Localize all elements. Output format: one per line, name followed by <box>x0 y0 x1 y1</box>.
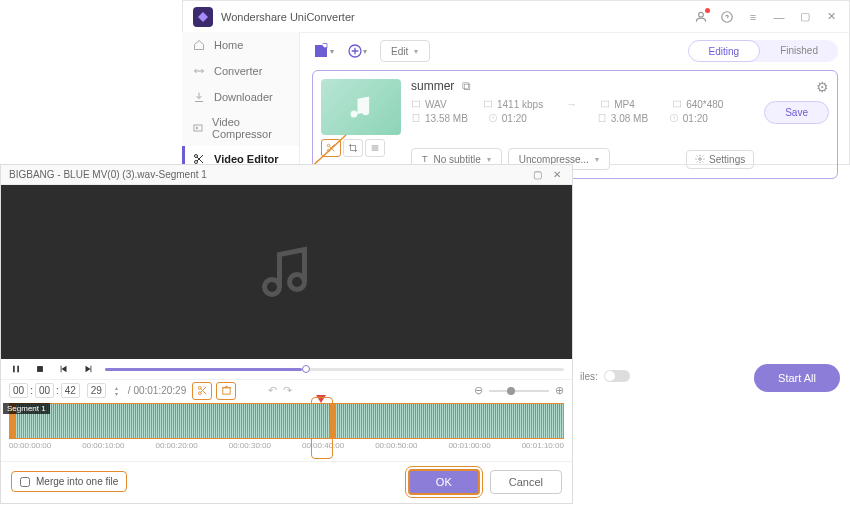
editor-maximize-icon[interactable]: ▢ <box>530 169 544 180</box>
next-button[interactable] <box>81 362 95 376</box>
dst-duration: 01:20 <box>669 113 721 124</box>
svg-rect-18 <box>17 366 19 373</box>
ok-button[interactable]: OK <box>408 469 480 495</box>
download-icon <box>192 90 206 104</box>
file-name: summer <box>411 79 454 93</box>
video-preview <box>1 185 572 359</box>
editor-window: BIGBANG - BLUE MV(0) (3).wav-Segment 1 ▢… <box>0 164 573 504</box>
time-stepper[interactable]: ▴▾ <box>112 385 122 397</box>
sidebar-item-label: Downloader <box>214 91 273 103</box>
save-button[interactable]: Save <box>764 101 829 124</box>
tab-finished[interactable]: Finished <box>760 40 838 62</box>
dst-format: MP4 <box>600 99 652 110</box>
src-format: WAV <box>411 99 463 110</box>
svg-rect-22 <box>223 388 230 394</box>
pause-button[interactable] <box>9 362 23 376</box>
sidebar-item-converter[interactable]: Converter <box>182 58 299 84</box>
src-bitrate: 1411 kbps <box>483 99 543 110</box>
compress-icon <box>192 121 204 135</box>
time-input[interactable]: 00:00:42 29 <box>9 383 106 398</box>
app-logo <box>193 7 213 27</box>
svg-rect-8 <box>412 101 420 107</box>
sidebar-item-downloader[interactable]: Downloader <box>182 84 299 110</box>
add-url-button[interactable]: ▾ <box>346 40 368 62</box>
svg-rect-11 <box>673 101 681 107</box>
sidebar-item-label: Video Compressor <box>212 116 289 140</box>
sidebar-item-label: Converter <box>214 65 262 77</box>
cancel-button[interactable]: Cancel <box>490 470 562 494</box>
file-card: summer ⧉ WAV 1411 kbps → MP4 640*480 13.… <box>312 70 838 179</box>
titlebar: Wondershare UniConverter ≡ — ▢ ✕ <box>183 1 849 33</box>
delete-segment-button[interactable] <box>216 382 236 400</box>
prev-button[interactable] <box>57 362 71 376</box>
converter-icon <box>192 64 206 78</box>
timeline[interactable]: Segment 1 00:00:00:0000:00:10:0000:00:20… <box>1 401 572 461</box>
cut-button[interactable] <box>192 382 212 400</box>
menu-icon[interactable]: ≡ <box>745 9 761 25</box>
svg-rect-9 <box>484 101 492 107</box>
maximize-icon[interactable]: ▢ <box>797 9 813 25</box>
progress-bar[interactable] <box>105 368 564 371</box>
merge-checkbox[interactable]: Merge into one file <box>11 471 127 492</box>
zoom-out-icon[interactable]: ⊖ <box>474 384 483 397</box>
svg-rect-10 <box>601 101 609 107</box>
sidebar: Home Converter Downloader Video Compress… <box>182 32 300 165</box>
bottom-panel: iles: Start All <box>580 360 840 392</box>
playhead[interactable] <box>316 395 326 407</box>
trim-button[interactable] <box>321 139 341 157</box>
editor-titlebar: BIGBANG - BLUE MV(0) (3).wav-Segment 1 ▢… <box>1 165 572 185</box>
svg-rect-14 <box>599 114 605 122</box>
segment-label: Segment 1 <box>3 403 50 414</box>
undo-icon[interactable]: ↶ <box>268 384 277 397</box>
sidebar-item-label: Home <box>214 39 243 51</box>
svg-rect-19 <box>37 366 43 372</box>
merge-toggle[interactable] <box>604 370 630 382</box>
start-all-button[interactable]: Start All <box>754 364 840 392</box>
more-button[interactable] <box>365 139 385 157</box>
merge-files-label: iles: <box>580 371 598 382</box>
editor-close-icon[interactable]: ✕ <box>550 169 564 180</box>
close-icon[interactable]: ✕ <box>823 9 839 25</box>
src-duration: 01:20 <box>488 113 540 124</box>
handle-mid[interactable] <box>330 404 336 439</box>
crop-button[interactable] <box>343 139 363 157</box>
svg-point-0 <box>699 12 704 17</box>
tab-editing[interactable]: Editing <box>688 40 761 62</box>
user-icon[interactable] <box>693 9 709 25</box>
home-icon <box>192 38 206 52</box>
svg-rect-12 <box>413 114 419 122</box>
sidebar-item-compressor[interactable]: Video Compressor <box>182 110 299 146</box>
zoom-in-icon[interactable]: ⊕ <box>555 384 564 397</box>
src-size: 13.58 MB <box>411 113 468 124</box>
status-tabs: Editing Finished <box>688 40 838 62</box>
editor-title: BIGBANG - BLUE MV(0) (3).wav-Segment 1 <box>9 169 207 180</box>
file-thumbnail <box>321 79 401 135</box>
time-total: / 00:01:20:29 <box>128 385 186 396</box>
help-icon[interactable] <box>719 9 735 25</box>
open-link-icon[interactable]: ⧉ <box>462 79 471 93</box>
zoom-slider[interactable] <box>489 390 549 392</box>
output-settings-icon[interactable]: ⚙ <box>816 79 829 95</box>
app-title: Wondershare UniConverter <box>221 11 355 23</box>
settings-button[interactable]: Settings <box>686 150 754 169</box>
minimize-icon[interactable]: — <box>771 9 787 25</box>
time-labels: 00:00:00:0000:00:10:0000:00:20:0000:00:3… <box>9 441 564 450</box>
dst-resolution: 640*480 <box>672 99 724 110</box>
dst-size: 3.08 MB <box>597 113 649 124</box>
arrow-icon: → <box>566 98 577 110</box>
svg-rect-17 <box>13 366 15 373</box>
redo-icon[interactable]: ↷ <box>283 384 292 397</box>
stop-button[interactable] <box>33 362 47 376</box>
waveform[interactable] <box>9 403 564 439</box>
sidebar-item-home[interactable]: Home <box>182 32 299 58</box>
add-file-button[interactable]: ▾ <box>312 40 334 62</box>
svg-point-16 <box>699 158 702 161</box>
edit-dropdown[interactable]: Edit <box>380 40 430 62</box>
